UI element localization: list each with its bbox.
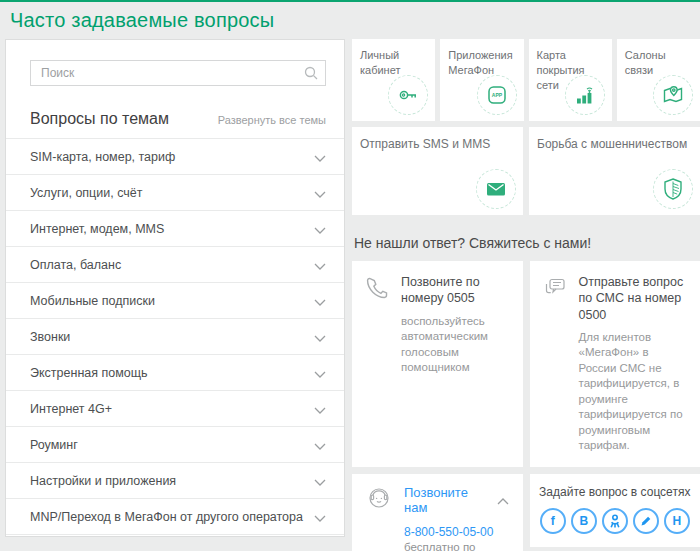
h-network-icon[interactable]: H	[664, 508, 690, 534]
chevron-down-icon	[314, 364, 326, 382]
tile-send-sms-mms[interactable]: Отправить SMS и MMS	[352, 127, 523, 215]
tile-coverage-map[interactable]: Карта покрытия сети	[529, 39, 612, 121]
phone-number-russia[interactable]: 8-800-550-05-00	[404, 525, 509, 539]
call-0505-card: Позвоните по номеру 0505 воспользуйтесь …	[352, 261, 523, 467]
topic-item-mnp[interactable]: MNP/Переход в МегаФон от другого операто…	[6, 499, 344, 535]
faq-topics-panel: Вопросы по темам Развернуть все темы SIM…	[5, 39, 345, 537]
search-box	[30, 60, 326, 86]
topic-item-emergency[interactable]: Экстренная помощь	[6, 355, 344, 391]
social-title: Задайте вопрос в соцсетях	[536, 485, 695, 499]
chevron-up-icon	[497, 491, 509, 509]
tile-personal-account[interactable]: Личный кабинет	[352, 39, 435, 121]
topic-item-roaming[interactable]: Роуминг	[6, 427, 344, 463]
chevron-down-icon	[314, 436, 326, 454]
topics-heading: Вопросы по темам	[30, 110, 169, 128]
social-icons-row: f B H	[536, 508, 695, 534]
app-icon: APP	[477, 75, 517, 115]
social-card: Задайте вопрос в соцсетях f B	[530, 474, 700, 547]
tiles-row-2: Отправить SMS и MMS Борьба с мошенничест…	[352, 127, 700, 215]
sms-bubbles-icon	[542, 274, 569, 305]
contact-cards-row: Позвоните по номеру 0505 воспользуйтесь …	[352, 261, 700, 467]
topic-item-calls[interactable]: Звонки	[6, 319, 344, 355]
facebook-icon[interactable]: f	[540, 508, 566, 534]
call-us-card: Позвоните нам 8-800-550-05-00 бесплатно …	[352, 474, 523, 551]
envelope-icon	[476, 169, 516, 209]
chevron-down-icon	[314, 400, 326, 418]
page-title: Часто задаваемые вопросы	[0, 2, 700, 35]
shield-icon	[653, 169, 693, 209]
vkontakte-icon[interactable]: B	[571, 508, 597, 534]
chevron-down-icon	[314, 292, 326, 310]
map-pin-icon	[653, 75, 693, 115]
topic-item-payment[interactable]: Оплата, баланс	[6, 247, 344, 283]
call-0505-description: воспользуйтесь автоматическим голосовым …	[401, 314, 511, 376]
call-us-toggle[interactable]: Позвоните нам	[352, 474, 523, 519]
search-icon	[304, 66, 318, 84]
svg-text:APP: APP	[491, 92, 502, 98]
chevron-down-icon	[314, 328, 326, 346]
quick-links-column: Личный кабинет Приложения МегаФон APP Ка…	[352, 39, 700, 551]
topic-item-services[interactable]: Услуги, опции, счёт	[6, 175, 344, 211]
chevron-down-icon	[314, 472, 326, 490]
call-us-title: Позвоните нам	[404, 485, 485, 515]
topic-item-settings-apps[interactable]: Настройки и приложения	[6, 463, 344, 499]
call-0505-title: Позвоните по номеру 0505	[401, 274, 511, 307]
contact-bottom-row: Позвоните нам 8-800-550-05-00 бесплатно …	[352, 474, 700, 551]
tile-retail-stores[interactable]: Салоны связи	[617, 39, 700, 121]
tile-anti-fraud[interactable]: Борьба с мошенничеством	[529, 127, 700, 215]
main-layout: Вопросы по темам Развернуть все темы SIM…	[0, 39, 700, 551]
contact-heading: Не нашли ответ? Свяжитесь с нами!	[354, 235, 700, 251]
chevron-down-icon	[314, 184, 326, 202]
sms-0500-card: Отправьте вопрос по СМС на номер 0500 Дл…	[530, 261, 700, 467]
sms-0500-description: Для клиентов «МегаФон» в России СМС не т…	[579, 330, 689, 454]
search-input[interactable]	[30, 60, 326, 86]
chevron-down-icon	[314, 220, 326, 238]
chevron-down-icon	[314, 508, 326, 526]
phone-note-russia: бесплатно по России	[404, 541, 509, 551]
support-headset-icon	[366, 485, 392, 515]
pencil-write-icon[interactable]	[633, 508, 659, 534]
key-icon	[388, 75, 428, 115]
topic-item-subscriptions[interactable]: Мобильные подписки	[6, 283, 344, 319]
odnoklassniki-icon[interactable]	[602, 508, 628, 534]
signal-bars-icon	[565, 75, 605, 115]
faq-page: Часто задаваемые вопросы Вопросы по тема…	[0, 0, 700, 551]
topic-item-sim-card[interactable]: SIM-карта, номер, тариф	[6, 139, 344, 175]
chevron-down-icon	[314, 148, 326, 166]
phone-handset-icon	[364, 274, 391, 305]
topics-header: Вопросы по темам Развернуть все темы	[30, 110, 326, 128]
topics-list: SIM-карта, номер, тариф Услуги, опции, с…	[6, 138, 344, 535]
topic-item-internet-modem[interactable]: Интернет, модем, MMS	[6, 211, 344, 247]
call-us-body: 8-800-550-05-00 бесплатно по России +7 9…	[352, 519, 523, 551]
tiles-row-1: Личный кабинет Приложения МегаФон APP Ка…	[352, 39, 700, 121]
expand-all-link[interactable]: Развернуть все темы	[218, 114, 326, 126]
tile-megafon-apps[interactable]: Приложения МегаФон APP	[440, 39, 523, 121]
chevron-down-icon	[314, 256, 326, 274]
sms-0500-title: Отправьте вопрос по СМС на номер 0500	[579, 274, 689, 323]
topic-item-internet-4g[interactable]: Интернет 4G+	[6, 391, 344, 427]
